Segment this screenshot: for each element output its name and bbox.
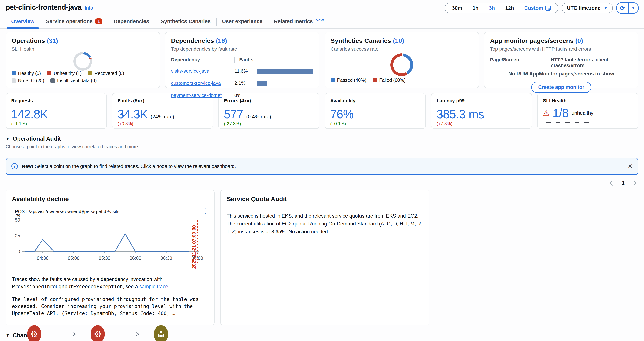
dependency-link[interactable]: customers-service-java: [171, 80, 234, 86]
synthetics-count-link[interactable]: (10): [393, 37, 404, 44]
time-range-12h[interactable]: 12h: [500, 5, 519, 11]
gear-icon: ⚙: [94, 329, 101, 339]
tab-user-experience[interactable]: User experience: [216, 16, 268, 28]
svg-text:0: 0: [18, 249, 20, 254]
sample-trace-link[interactable]: sample trace: [139, 284, 168, 290]
tab-service-operations[interactable]: Service operations 1: [40, 16, 108, 28]
service-map-node: ⚙ pet-clinic-frontend… Service: [14, 325, 55, 341]
new-badge: New: [316, 18, 324, 22]
service-quota-title: Service Quota Audit: [226, 195, 423, 202]
service-quota-audit-card: Service Quota Audit This service is host…: [220, 190, 429, 325]
tab-overview[interactable]: Overview: [6, 16, 40, 28]
availability-value: 76%: [330, 107, 354, 121]
warning-icon: ⚠: [543, 110, 550, 117]
app-monitor-count-link[interactable]: (0): [575, 37, 583, 44]
errors-value: 577: [224, 107, 243, 121]
app-monitor-title: App monitor pages/screens: [490, 37, 574, 44]
canaries-donut-chart[interactable]: [390, 54, 413, 76]
metrics-row: Requests 142.8K (+1.1%) Faults (5xx) 34.…: [0, 88, 644, 129]
tab-synthetics-canaries[interactable]: Synthetics Canaries: [155, 16, 216, 28]
faults-delta: (+0.8%): [118, 121, 208, 126]
synthetics-canaries-card: Synthetics Canaries (10) Canaries succes…: [324, 32, 479, 88]
faults-value: 34.3K: [118, 107, 148, 121]
collapse-triangle-icon: ▼: [6, 136, 10, 141]
operations-count-link[interactable]: (31): [47, 37, 58, 44]
tab-related-metrics[interactable]: Related metrics New: [268, 16, 330, 28]
info-link[interactable]: Info: [84, 5, 93, 10]
latency-value: 385.3 ms: [436, 107, 484, 121]
dependency-link[interactable]: payment-service-dotnet: [171, 92, 234, 98]
sli-health-value: 1/8: [552, 106, 568, 120]
legend-item-unhealthy[interactable]: Unhealthy (1): [47, 70, 82, 76]
table-row: payment-service-dotnet 0%: [171, 90, 314, 101]
dependencies-count-link[interactable]: (16): [216, 37, 227, 44]
legend-item-failed[interactable]: Failed (60%): [373, 78, 406, 83]
app-monitor-subtitle: Top pages/screens with HTTP faults and e…: [490, 46, 632, 52]
next-page-button[interactable]: [631, 180, 636, 186]
exception-code: ProvisionedThroughputExceededException: [12, 284, 123, 290]
availability-decline-card: Availability decline POST /api/visit/own…: [6, 190, 215, 325]
tab-dependencies[interactable]: Dependencies: [108, 16, 155, 28]
pagination: 1: [0, 175, 644, 186]
dependencies-title: Dependencies: [171, 37, 214, 44]
col-dependency: Dependency: [171, 57, 234, 62]
time-range-30m[interactable]: 30m: [447, 5, 467, 11]
page-title: pet-clinic-frontend-java: [6, 3, 82, 11]
calendar-icon: [545, 5, 551, 11]
svg-text:05:00: 05:00: [68, 256, 80, 261]
operations-subtitle: SLI Health: [12, 46, 154, 52]
time-range-picker: 30m 1h 3h 12h Custom: [444, 2, 558, 14]
header-controls: 30m 1h 3h 12h Custom UTC timezone ▼ ⟳ ▼: [444, 2, 639, 14]
synthetics-title: Synthetics Canaries: [330, 37, 391, 44]
edge-arrow: [55, 332, 77, 336]
time-range-1h[interactable]: 1h: [467, 5, 484, 11]
svg-text:50: 50: [15, 217, 20, 222]
refresh-icon: ⟳: [620, 4, 625, 12]
tab-bar: Overview Service operations 1 Dependenci…: [0, 16, 644, 28]
legend-item-insufficient-data[interactable]: Insufficient data (0): [50, 78, 96, 83]
service-map-node: ⚙ visits-service-java Service: [77, 325, 118, 341]
sli-health-value-group[interactable]: ⚠ 1/8 unhealthy: [543, 106, 593, 123]
availability-delta: (+0.1%): [330, 121, 420, 126]
service-map: ⚙ pet-clinic-frontend… Service ⚙ visits-…: [12, 325, 208, 341]
time-range-3h[interactable]: 3h: [484, 5, 500, 11]
errors-delta: (-27.3%): [224, 121, 314, 126]
info-icon: i: [11, 163, 18, 170]
summary-cards-row: Operations (31) SLI Health Healthy (5) U…: [0, 28, 644, 88]
requests-delta: (+1.1%): [11, 121, 101, 126]
edge-arrow: [118, 332, 140, 336]
dependencies-subtitle: Top dependencies by fault rate: [171, 46, 314, 52]
table-row: visits-service-java 11.6%: [171, 65, 314, 77]
timezone-select[interactable]: UTC timezone ▼: [562, 2, 613, 14]
service-map-node: DynamoDB AWS::Resource: [140, 325, 182, 341]
legend-item-healthy[interactable]: Healthy (5): [12, 70, 41, 76]
page-number[interactable]: 1: [622, 180, 624, 186]
info-banner: i New! Select a point on the graph to fi…: [6, 158, 638, 175]
dependencies-card: Dependencies (16) Top dependencies by fa…: [165, 32, 320, 88]
close-icon[interactable]: ✕: [628, 163, 633, 170]
requests-value: 142.8K: [11, 107, 48, 121]
kebab-menu-icon[interactable]: ⋮: [202, 209, 208, 212]
legend-item-no-slo[interactable]: No SLO (25): [12, 78, 44, 83]
svg-text:25: 25: [15, 233, 20, 238]
sli-health-donut-chart[interactable]: [74, 52, 92, 70]
availability-metric-card: Availability 76% (+0.1%): [324, 93, 426, 129]
service-node[interactable]: ⚙: [27, 325, 41, 341]
service-node[interactable]: ⚙: [90, 325, 105, 341]
operational-audit-toggle[interactable]: ▼ Operational Audit: [6, 136, 638, 142]
resource-hierarchy-icon: [157, 330, 165, 338]
previous-page-button[interactable]: [610, 180, 615, 186]
legend-item-passed[interactable]: Passed (40%): [330, 78, 366, 83]
dependency-link[interactable]: visits-service-java: [171, 68, 234, 74]
refresh-button[interactable]: ⟳: [616, 3, 628, 13]
app-monitor-table: Page/Screen HTTP faults/errors, client c…: [490, 57, 632, 71]
resource-node[interactable]: [154, 325, 168, 341]
operations-legend: Healthy (5) Unhealthy (1) Recovered (0) …: [12, 70, 154, 83]
availability-chart[interactable]: 50250%04:3005:0005:3006:0006:3007:002025…: [12, 214, 209, 270]
legend-item-recovered[interactable]: Recovered (0): [88, 70, 124, 76]
refresh-options-button[interactable]: ▼: [628, 3, 638, 13]
sli-health-status: unhealthy: [572, 110, 593, 116]
time-range-custom[interactable]: Custom: [519, 5, 556, 11]
create-app-monitor-button[interactable]: Create app monitor: [531, 82, 591, 93]
availability-decline-title: Availability decline: [12, 195, 208, 202]
